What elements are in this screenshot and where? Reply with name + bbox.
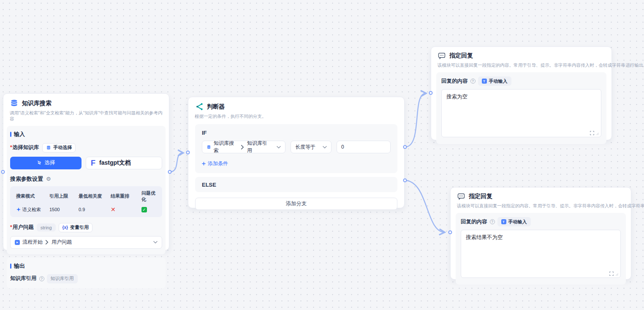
help-icon[interactable]: ? [490, 219, 495, 224]
edge-kbsearch-to-classifier[interactable] [170, 153, 183, 172]
dataset-icon [46, 145, 51, 150]
manual-input-badge[interactable]: T 手动输入 [478, 76, 511, 86]
chat-bubble-icon [457, 192, 465, 201]
reply-content-label: 回复的内容 [461, 218, 487, 226]
dataset-icon [207, 145, 211, 150]
manual-input-badge[interactable]: T 手动输入 [497, 217, 531, 226]
if-label: IF [202, 130, 391, 136]
section-bar [10, 132, 11, 137]
col-header: 结果重排 [111, 193, 141, 199]
add-branch-button[interactable]: 添加分支 [195, 198, 397, 210]
port-reply-not-empty-target[interactable] [448, 231, 452, 234]
resize-handle-icon[interactable] [595, 131, 599, 136]
col-header: 问题优化 [141, 190, 156, 203]
cursor-click-icon [37, 160, 42, 166]
condition-value-input[interactable]: 0 [337, 141, 391, 153]
kb-name: fastgpt文档 [99, 159, 131, 167]
question-source: 流程开始 [22, 239, 43, 246]
kb-search-header: 知识库搜索 [3, 94, 169, 108]
manual-select-badge[interactable]: 手动选择 [42, 143, 76, 152]
search-params-table: 搜索模式 引用上限 最低相关度 结果重排 问题优化 语义检索 1500 0.9 … [10, 186, 162, 217]
col-header: 最低相关度 [79, 193, 111, 199]
chevron-down-icon [323, 146, 327, 149]
output-value-badge: 知识库引用 [47, 274, 78, 283]
node-kb-search[interactable]: 知识库搜索 调用"语义检索"和"全文检索"能力，从"知识库"中查找可能与问题相关… [3, 93, 169, 250]
node-title: 指定回复 [469, 193, 492, 200]
node-classifier[interactable]: 判断器 根据一定的条件，执行不同的分支。 IF 知识库搜索 知识库引用 长度等于 [188, 97, 405, 208]
node-reply-not-empty[interactable]: 指定回复 该模块可以直接回复一段指定的内容。常用于引导、提示。非字符串内容传入时… [450, 187, 631, 280]
edge-else-to-reply-not-empty[interactable] [405, 180, 444, 232]
user-question-label: *用户问题 [10, 224, 34, 231]
question-field: 用户问题 [52, 239, 72, 246]
text-input-icon: T [501, 219, 506, 224]
chevron-right-icon [241, 145, 245, 150]
chevron-down-icon [153, 241, 158, 244]
edge-if-to-reply-empty[interactable] [405, 93, 426, 147]
port-kb-search-target[interactable] [1, 170, 5, 174]
chevron-right-icon [45, 240, 49, 245]
flow-start-icon: ▸ [15, 240, 20, 245]
add-condition-button[interactable]: 添加条件 [202, 160, 228, 167]
reply-content-textarea[interactable]: 搜索结果不为空 [461, 230, 621, 278]
reply-header: 指定回复 [431, 47, 611, 60]
user-question-select[interactable]: ▸ 流程开始 用户问题 [10, 236, 162, 249]
output-section-label: 输出 [10, 262, 162, 270]
reply-content-textarea[interactable]: 搜索为空 [441, 89, 601, 137]
search-mode-value: 语义检索 [16, 207, 49, 213]
node-description: 根据一定的条件，执行不同的分支。 [188, 111, 404, 119]
condition-operator-select[interactable]: 长度等于 [291, 141, 332, 153]
plus-icon [202, 162, 206, 166]
search-params-label: 搜索参数设置 [10, 175, 43, 183]
fastgpt-logo-icon: F [91, 159, 95, 167]
node-reply-empty[interactable]: 指定回复 该模块可以直接回复一段指定的内容。常用于引导、提示。非字符串内容传入时… [431, 46, 612, 140]
kb-search-output-section: 输出 知识库引用 ? 知识库引用 [7, 258, 166, 288]
section-bar [10, 264, 11, 269]
chevron-down-icon [277, 146, 281, 149]
if-branch-panel: IF 知识库搜索 知识库引用 长度等于 [195, 124, 397, 173]
condition-source-select[interactable]: 知识库搜索 知识库引用 [202, 141, 285, 153]
node-title: 判断器 [207, 103, 225, 111]
type-badge: string [37, 223, 56, 231]
input-section-label: 输入 [10, 131, 162, 138]
variable-icon: {x} [62, 225, 68, 230]
port-reply-empty-target[interactable] [429, 91, 433, 95]
reply-header: 指定回复 [451, 188, 631, 201]
variable-reference-badge[interactable]: {x} 变量引用 [59, 223, 92, 232]
help-icon[interactable]: ? [470, 79, 476, 84]
node-description: 调用"语义检索"和"全文检索"能力，从"知识库"中查找可能与问题相关的参考内容 [3, 108, 169, 122]
else-label: ELSE [202, 182, 216, 188]
selected-kb-item[interactable]: F fastgpt文档 [86, 157, 162, 169]
condition-field: 知识库引用 [247, 140, 272, 154]
expand-icon[interactable] [590, 131, 595, 136]
port-classifier-else-source[interactable] [403, 179, 407, 182]
optimize-on-icon: ✓ [141, 207, 147, 212]
select-kb-label: *选择知识库 [10, 144, 39, 151]
help-icon[interactable]: ? [39, 276, 44, 281]
node-title: 知识库搜索 [22, 100, 52, 107]
gear-icon[interactable]: ⚙ [46, 176, 51, 182]
col-header: 引用上限 [49, 193, 79, 199]
reply-content-label: 回复的内容 [441, 78, 468, 85]
condition-source: 知识库搜索 [214, 140, 238, 154]
kb-search-input-section: 输入 *选择知识库 手动选择 选择 F fastgpt文档 [7, 126, 166, 254]
resize-handle-icon[interactable] [614, 272, 619, 276]
else-branch-panel: ELSE [195, 177, 397, 192]
port-classifier-if-source[interactable] [403, 145, 407, 149]
text-input-icon: T [482, 79, 487, 84]
port-classifier-target[interactable] [186, 151, 190, 155]
node-description: 该模块可以直接回复一段指定的内容。常用于引导、提示。非字符串内容传入时，会转成字… [431, 60, 611, 68]
rerank-off-icon: ✕ [111, 207, 116, 212]
branch-icon [195, 102, 204, 111]
select-kb-button[interactable]: 选择 [10, 157, 82, 169]
col-header: 搜索模式 [16, 193, 49, 199]
reply-content-section: 回复的内容 ? T 手动输入 搜索为空 [436, 72, 606, 144]
node-description: 该模块可以直接回复一段指定的内容。常用于引导、提示。非字符串内容传入时，会转成字… [451, 201, 631, 209]
chat-bubble-icon [437, 52, 446, 60]
expand-icon[interactable] [609, 271, 614, 276]
node-title: 指定回复 [449, 52, 473, 60]
port-kb-search-source[interactable] [168, 170, 172, 174]
semantic-search-icon [16, 207, 21, 212]
classifier-header: 判断器 [188, 97, 404, 111]
limit-value: 1500 [49, 207, 79, 212]
reply-content-section: 回复的内容 ? T 手动输入 搜索结果不为空 [456, 213, 626, 285]
